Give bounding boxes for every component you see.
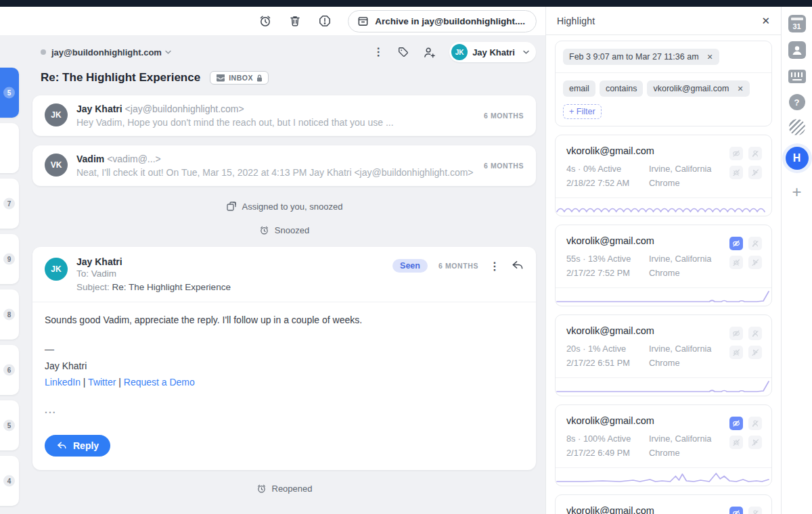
user-menu[interactable]: JK Jay Khatri [449, 42, 536, 62]
message-snippet: Hey Vadim, Hope you don't mind the reach… [76, 117, 475, 128]
thread-list-item[interactable]: 4 [0, 456, 19, 506]
reply-label: Reply [73, 440, 99, 451]
thread-list-item[interactable] [0, 123, 19, 173]
thread-list-item[interactable]: 5 [0, 68, 19, 118]
quoted-text-toggle[interactable]: ... [45, 403, 524, 417]
more-options-icon[interactable]: ⋮ [489, 261, 500, 272]
add-person-icon[interactable] [423, 46, 436, 59]
session-card[interactable]: vkorolik@gmail.com 55s · 13% Active Irvi… [555, 225, 772, 306]
sender-avatar: JK [45, 103, 68, 126]
session-browser: Chrome [649, 448, 680, 458]
twitter-link[interactable]: Twitter [88, 377, 116, 388]
collapsed-message[interactable]: VK Vadim <vadim@...> Neat, I'll check it… [32, 145, 536, 186]
session-card[interactable]: vkorolik@gmail.com 8s · 100% Active Irvi… [555, 404, 772, 486]
user-slash-badge-icon [748, 417, 762, 430]
status-reopened: Reopened [32, 484, 536, 494]
status-snoozed-text: Snoozed [275, 225, 309, 235]
thread-count-badge: 5 [3, 87, 15, 99]
collapsed-message[interactable]: JK Jay Khatri <jay@buildonhighlight.com>… [32, 95, 536, 136]
thread-list-item[interactable]: 6 [0, 345, 19, 395]
panel-body: Feb 3 9:07 am to Mar 27 11:36 am ✕ email… [546, 35, 781, 514]
highlight-app-icon[interactable]: H [786, 147, 809, 170]
bug-slash-badge-icon [729, 256, 743, 269]
session-location: Irvine, California [649, 164, 711, 174]
panel-header: Highlight ✕ [546, 7, 781, 35]
eye-slash-badge-icon [729, 327, 743, 340]
trash-icon[interactable] [288, 14, 302, 28]
linkedin-link[interactable]: LinkedIn [45, 377, 81, 388]
session-location: Irvine, California [649, 344, 711, 354]
open-message-header[interactable]: JK Jay Khatri To: Vadim Subject: Re: The… [32, 247, 536, 302]
archive-button[interactable]: Archive in jay@buildonhighlight.... [348, 10, 537, 32]
status-assigned: Assigned to you, snoozed [32, 201, 536, 212]
bug-slash-badge-icon [729, 166, 743, 179]
user-slash-badge-icon [748, 237, 762, 250]
app-root: 5 7 9 8 6 [0, 7, 812, 514]
help-icon[interactable]: ? [789, 94, 805, 110]
session-activity-sparkline [556, 197, 771, 216]
thread-subject: Re: The Highlight Experience [41, 71, 200, 85]
open-message-actions: Seen 6 MONTHS ⋮ [392, 256, 524, 294]
filter-operator-chip[interactable]: contains [600, 80, 644, 97]
session-duration-active: 4s · 0% Active [566, 164, 649, 174]
close-icon[interactable]: ✕ [761, 15, 770, 27]
snooze-clock-icon[interactable] [258, 14, 272, 28]
striped-app-icon[interactable] [789, 119, 805, 135]
message-preview: Jay Khatri <jay@buildonhighlight.com> He… [76, 103, 475, 128]
user-name: Jay Khatri [472, 47, 515, 57]
session-card[interactable]: vkorolik@gmail.com 4s · 0% Active Irvine… [555, 135, 772, 216]
calendar-day: 31 [788, 15, 806, 32]
tag-icon[interactable] [397, 46, 409, 58]
more-options-icon[interactable]: ⋮ [373, 47, 384, 57]
keyboard-icon[interactable] [788, 70, 806, 83]
add-extension-icon[interactable]: + [792, 184, 801, 200]
remove-filter-icon[interactable]: ✕ [707, 53, 713, 62]
session-activity-sparkline [556, 287, 771, 306]
open-message-card: JK Jay Khatri To: Vadim Subject: Re: The… [32, 247, 536, 470]
spam-alert-icon[interactable] [318, 14, 332, 28]
session-duration-active: 20s · 1% Active [566, 344, 649, 354]
remove-filter-icon[interactable]: ✕ [737, 85, 743, 93]
bug-slash-badge-icon [729, 346, 743, 359]
reply-button[interactable]: Reply [45, 435, 110, 457]
cursor-slash-badge-icon [748, 436, 762, 449]
eye-slash-badge-icon [729, 147, 743, 160]
request-demo-link[interactable]: Request a Demo [124, 377, 195, 388]
archive-label: Archive in jay@buildonhighlight.... [375, 16, 525, 26]
thread-list-item[interactable]: 5 [0, 400, 19, 450]
filter-value-chip[interactable]: vkorolik@gmail.com ✕ [647, 80, 749, 97]
account-email[interactable]: jay@buildonhighlight.com [51, 47, 162, 57]
message-snippet: Neat, I'll check it out! On Tue, Mar 15,… [76, 167, 475, 178]
contacts-icon[interactable] [788, 41, 806, 59]
calendar-icon[interactable]: 31 [788, 15, 806, 32]
session-card[interactable]: vkorolik@gmail.com 20s · 1% Active Irvin… [555, 314, 772, 396]
thread-list-edge: 5 7 9 8 6 [0, 7, 23, 514]
session-browser: Chrome [649, 358, 680, 368]
thread-list-item[interactable]: 9 [0, 234, 19, 284]
filter-field-chip[interactable]: email [563, 80, 595, 97]
user-avatar: JK [451, 44, 468, 60]
session-main: vkorolik@gmail.com 55s · 13% Active Irvi… [556, 225, 771, 287]
toolbar-extension [0, 7, 23, 35]
session-list: vkorolik@gmail.com 4s · 0% Active Irvine… [555, 135, 772, 514]
thread-list-item[interactable]: 8 [0, 289, 19, 340]
session-date: 2/17/22 6:51 PM [566, 358, 649, 368]
sender-name: Jay Khatri [76, 256, 231, 267]
sender-address: <jay@buildonhighlight.com> [125, 103, 244, 114]
inbox-badge[interactable]: INBOX [210, 71, 269, 85]
user-slash-badge-icon [748, 147, 762, 160]
session-status-badges [729, 417, 762, 449]
assign-icon [226, 201, 237, 212]
session-main: vkorolik@gmail.com 8s · 100% Active Irvi… [556, 405, 771, 467]
body-text: Sounds good Vadim, appreciate the reply.… [45, 313, 524, 327]
status-reopened-text: Reopened [272, 484, 313, 494]
date-range-chip[interactable]: Feb 3 9:07 am to Mar 27 11:36 am ✕ [563, 49, 719, 65]
reply-arrow-icon[interactable] [511, 260, 524, 271]
add-filter-button[interactable]: + Filter [563, 104, 602, 119]
thread-count-badge: 6 [3, 365, 15, 376]
session-card[interactable]: vkorolik@gmail.com 14m18s · 50% A... Irv… [555, 494, 772, 514]
mail-column: Archive in jay@buildonhighlight.... jay@… [23, 7, 546, 514]
session-activity-sparkline [556, 377, 771, 396]
thread-list-item[interactable]: 7 [0, 179, 19, 229]
archive-icon [357, 16, 369, 27]
